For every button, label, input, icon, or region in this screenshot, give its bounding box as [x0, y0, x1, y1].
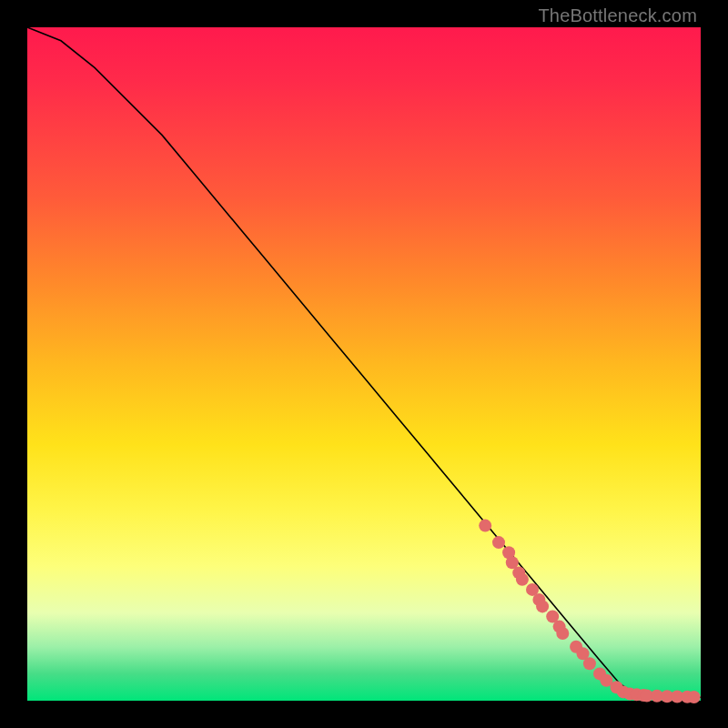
marker-dot [583, 657, 596, 670]
curve-path [27, 27, 701, 697]
marker-dot [492, 536, 505, 549]
chart-frame: TheBottleneck.com [0, 0, 728, 728]
marker-dot [479, 520, 491, 532]
marker-dot [516, 573, 529, 586]
marker-dots [479, 520, 700, 703]
marker-dot [536, 600, 549, 612]
marker-dot [688, 691, 701, 703]
curve-line [27, 27, 701, 697]
watermark-text: TheBottleneck.com [538, 5, 697, 26]
chart-overlay [27, 27, 701, 701]
marker-dot [556, 627, 569, 640]
